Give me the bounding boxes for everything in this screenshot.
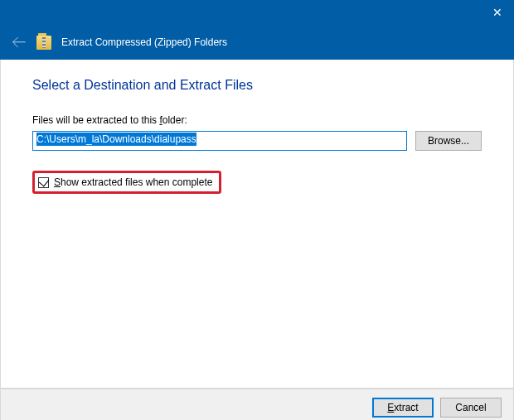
close-icon[interactable]: ✕	[492, 7, 502, 18]
destination-label: Files will be extracted to this folder:	[32, 114, 482, 126]
footer: Extract Cancel	[0, 389, 514, 420]
titlebar: ✕	[0, 0, 514, 25]
destination-row: C:\Users\m_la\Downloads\dialupass Browse…	[32, 131, 482, 151]
checkbox-label: Show extracted files when complete	[54, 176, 212, 188]
wizard-header: 🡠 Extract Compressed (Zipped) Folders	[0, 25, 514, 60]
show-when-complete-checkbox[interactable]: Show extracted files when complete	[32, 171, 221, 194]
window-title: Extract Compressed (Zipped) Folders	[61, 36, 227, 48]
back-arrow-icon: 🡠	[12, 35, 27, 50]
destination-path-input[interactable]: C:\Users\m_la\Downloads\dialupass	[32, 131, 407, 151]
checkbox-icon	[38, 177, 49, 188]
page-heading: Select a Destination and Extract Files	[32, 78, 482, 93]
content-area: Select a Destination and Extract Files F…	[0, 60, 514, 389]
cancel-button[interactable]: Cancel	[440, 398, 502, 418]
browse-button[interactable]: Browse...	[415, 131, 482, 151]
zipped-folder-icon	[36, 33, 51, 51]
extract-button[interactable]: Extract	[372, 398, 434, 418]
